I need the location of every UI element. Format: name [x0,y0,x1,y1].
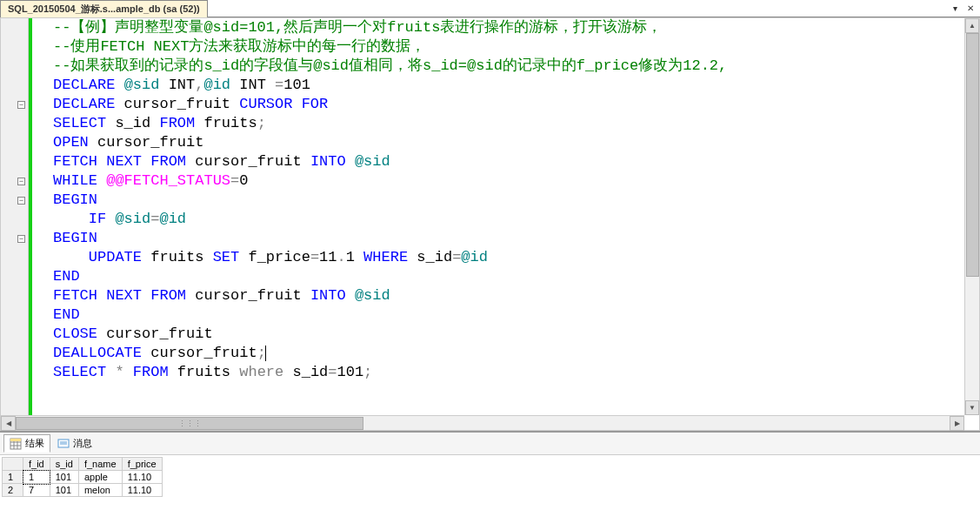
scroll-left-arrow[interactable]: ◀ [1,416,16,431]
fold-toggle[interactable]: − [17,235,25,243]
horizontal-scroll-thumb[interactable]: ⋮⋮⋮ [16,417,363,430]
table-cell[interactable]: 11.10 [122,484,162,497]
gutter-row: − [1,229,28,248]
code-line[interactable]: BEGIN [53,191,979,210]
code-token [106,364,115,380]
messages-tab-label: 消息 [73,437,92,450]
gutter-row [1,210,28,229]
code-token: @id [203,77,230,93]
column-header[interactable]: f_name [78,458,122,471]
code-token: DECLARE [53,77,115,93]
column-header[interactable]: f_id [23,458,50,471]
code-token: 101 [337,364,364,380]
code-token: s_id [106,115,159,131]
code-token: DECLARE [53,96,115,112]
document-tab-title: SQL_20150504_游标.s...ample_db (sa (52)) [8,3,200,16]
result-table: f_ids_idf_namef_price11101apple11.102710… [2,457,163,497]
gutter-row [1,152,28,171]
table-cell[interactable]: 101 [50,484,78,497]
scroll-right-arrow[interactable]: ▶ [950,416,964,431]
code-token: INTO [310,287,346,304]
code-token: END [53,268,80,285]
messages-tab[interactable]: 消息 [52,435,97,452]
code-token: BEGIN [53,191,97,208]
code-line[interactable]: BEGIN [53,229,979,248]
table-cell[interactable]: 1 [23,471,50,484]
fold-toggle[interactable]: − [17,101,25,109]
code-token: ; [257,115,266,131]
code-line[interactable]: DEALLOCATE cursor_fruit; [53,344,979,363]
code-token: = [150,211,159,227]
column-header[interactable]: s_id [50,458,78,471]
row-index[interactable]: 2 [3,484,23,497]
table-cell[interactable]: 101 [50,471,78,484]
code-token: = [275,77,283,93]
gutter-row [1,114,28,133]
document-tab[interactable]: SQL_20150504_游标.s...ample_db (sa (52)) [0,0,208,17]
code-token: UPDATE [89,249,142,265]
gutter-row [1,363,28,382]
code-line[interactable]: --使用FETCH NEXT方法来获取游标中的每一行的数据， [53,37,979,57]
code-line[interactable]: --如果获取到的记录的s_id的字段值与@sid值相同，将s_id=@sid的记… [53,57,979,76]
code-line[interactable]: END [53,267,979,286]
close-tab-button[interactable]: ✕ [964,3,977,15]
code-token: @sid [355,153,390,170]
code-line[interactable]: FETCH NEXT FROM cursor_fruit INTO @sid [53,286,979,305]
row-index[interactable]: 1 [3,471,23,484]
code-token: FOR [302,96,329,112]
code-line[interactable]: SELECT s_id FROM fruits; [53,114,979,133]
gutter-row: − [1,191,28,210]
code-line[interactable]: FETCH NEXT FROM cursor_fruit INTO @sid [53,152,979,171]
code-line[interactable]: DECLARE cursor_fruit CURSOR FOR [53,95,979,114]
table-cell[interactable]: 7 [23,484,50,497]
code-token: @sid [355,287,390,304]
fold-toggle[interactable]: − [17,197,25,205]
row-header-empty [3,458,23,471]
vertical-scrollbar[interactable]: ▲ ▼ [964,18,979,415]
gutter-row [1,344,28,363]
scroll-up-arrow[interactable]: ▲ [965,18,979,33]
fold-toggle[interactable]: − [17,178,25,185]
table-cell[interactable]: 11.10 [122,471,162,484]
results-grid[interactable]: f_ids_idf_namef_price11101apple11.102710… [0,455,980,499]
scroll-down-arrow[interactable]: ▼ [965,400,979,415]
code-line[interactable]: DECLARE @sid INT,@id INT =101 [53,76,979,95]
code-token: fruits [169,364,240,380]
scroll-handle-icon: ⋮⋮⋮ [178,419,202,428]
table-row[interactable]: 11101apple11.10 [3,471,163,484]
vertical-scroll-thumb[interactable] [966,33,979,277]
code-token [142,287,150,304]
code-token: cursor_fruit [142,345,257,361]
dropdown-button[interactable]: ▾ [949,3,961,15]
code-token: where [239,364,283,380]
code-token: FROM [150,287,186,304]
code-line[interactable]: IF @sid=@id [53,210,979,229]
code-token: cursor_fruit [186,153,310,170]
table-row[interactable]: 27101melon11.10 [3,484,163,497]
code-line[interactable]: UPDATE fruits SET f_price=11.1 WHERE s_i… [53,248,979,267]
results-tab[interactable]: 结果 [3,434,50,453]
code-line[interactable]: CLOSE cursor_fruit [53,325,979,344]
code-line[interactable]: END [53,305,979,325]
code-token: SELECT [53,364,106,380]
table-cell[interactable]: apple [78,471,122,484]
code-token [142,153,150,170]
code-token: , [195,77,203,93]
table-cell[interactable]: melon [78,484,122,497]
code-area[interactable]: --【例】声明整型变量@sid=101,然后声明一个对fruits表进行操作的游… [32,18,979,430]
column-header[interactable]: f_price [122,458,162,471]
gutter-row [1,57,28,76]
code-line[interactable]: --【例】声明整型变量@sid=101,然后声明一个对fruits表进行操作的游… [53,18,979,37]
code-token [124,364,133,380]
code-token [346,287,355,304]
code-token: INT [159,77,195,93]
code-line[interactable]: SELECT * FROM fruits where s_id=101; [53,363,979,382]
code-line[interactable]: WHILE @@FETCH_STATUS=0 [53,171,979,191]
horizontal-scrollbar[interactable]: ◀ ⋮⋮⋮ ▶ [1,415,964,430]
code-token [115,77,123,93]
gutter-row [1,286,28,305]
gutter-row [1,76,28,95]
gutter-row [1,248,28,267]
code-line[interactable]: OPEN cursor_fruit [53,133,979,152]
code-token: cursor_fruit [186,287,310,304]
